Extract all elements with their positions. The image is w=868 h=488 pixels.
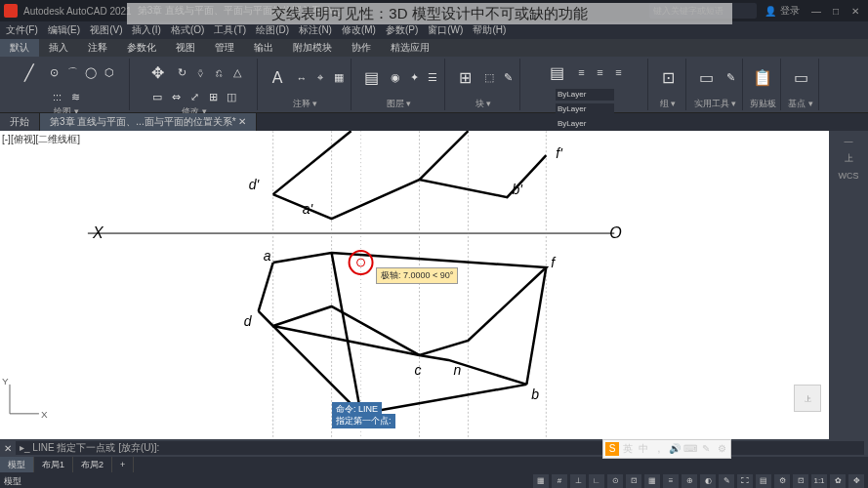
menu-item[interactable]: 文件(F) bbox=[6, 23, 38, 37]
status-icon[interactable]: ✎ bbox=[719, 474, 734, 488]
ribbon-tab[interactable]: 视图 bbox=[166, 39, 205, 57]
tool-icon[interactable]: ▤ bbox=[357, 64, 385, 92]
status-icon[interactable]: ▦ bbox=[644, 474, 660, 488]
ime-icon[interactable]: ⌨ bbox=[683, 442, 697, 456]
status-icon[interactable]: ≡ bbox=[663, 474, 679, 488]
panel-label[interactable]: 基点 ▾ bbox=[788, 98, 813, 110]
ime-icon[interactable]: ⚙ bbox=[715, 442, 728, 456]
layer-select[interactable]: ByLayer bbox=[556, 89, 614, 101]
tool-icon[interactable]: ⊡ bbox=[654, 64, 682, 92]
status-icon[interactable]: ⚙ bbox=[774, 474, 790, 488]
status-icon[interactable]: ∟ bbox=[589, 474, 604, 488]
ribbon-tab[interactable]: 附加模块 bbox=[283, 39, 342, 57]
layout-tab[interactable]: 模型 bbox=[0, 457, 34, 472]
tool-icon[interactable]: ◯ bbox=[83, 64, 99, 80]
layout-tab[interactable]: 布局1 bbox=[34, 457, 73, 472]
tool-icon[interactable]: ☰ bbox=[425, 70, 440, 86]
ribbon-tab[interactable]: 管理 bbox=[205, 39, 244, 57]
tool-icon[interactable]: ≡ bbox=[593, 64, 608, 80]
tool-icon[interactable]: ::: bbox=[50, 89, 65, 104]
command-line[interactable]: ✕ ▸_ LINE 指定下一点或 [放弃(U)]: bbox=[0, 439, 868, 457]
menu-item[interactable]: 编辑(E) bbox=[48, 23, 80, 37]
tool-icon[interactable]: ⎀ bbox=[192, 64, 208, 80]
status-icon[interactable]: 1:1 bbox=[811, 474, 827, 488]
status-icon[interactable]: ◐ bbox=[700, 474, 716, 488]
ribbon-tab[interactable]: 默认 bbox=[0, 39, 39, 57]
panel-label[interactable]: 实用工具 ▾ bbox=[694, 98, 737, 110]
status-icon[interactable]: # bbox=[552, 474, 567, 488]
tool-icon[interactable]: ╱ bbox=[16, 59, 43, 86]
tool-icon[interactable]: ≡ bbox=[611, 64, 627, 80]
panel-label[interactable]: 组 ▾ bbox=[660, 98, 677, 110]
minimize-button[interactable]: — bbox=[807, 6, 825, 17]
tool-icon[interactable]: ≡ bbox=[574, 64, 590, 80]
cmd-prompt[interactable]: ▸_ LINE 指定下一点或 [放弃(U)]: bbox=[16, 441, 864, 455]
doc-tab[interactable]: 开始 bbox=[0, 113, 40, 131]
tool-icon[interactable]: ✎ bbox=[723, 70, 738, 86]
ribbon-tab[interactable]: 精选应用 bbox=[381, 39, 439, 57]
maximize-button[interactable]: □ bbox=[827, 6, 845, 17]
tool-icon[interactable]: ✥ bbox=[144, 59, 171, 86]
login-area[interactable]: 👤 登录 bbox=[765, 4, 800, 18]
ime-icon[interactable]: 中 bbox=[637, 442, 650, 456]
tool-icon[interactable]: ✎ bbox=[500, 70, 516, 86]
status-icon[interactable]: ⊡ bbox=[793, 474, 808, 488]
menu-item[interactable]: 插入(I) bbox=[132, 23, 160, 37]
tool-icon[interactable]: △ bbox=[229, 64, 245, 80]
status-icon[interactable]: ▦ bbox=[533, 474, 549, 488]
panel-label[interactable]: 剪贴板 bbox=[750, 98, 776, 110]
menu-item[interactable]: 绘图(D) bbox=[256, 23, 289, 37]
status-icon[interactable]: ⊡ bbox=[626, 474, 641, 488]
status-icon[interactable]: ✥ bbox=[848, 474, 864, 488]
menu-item[interactable]: 工具(T) bbox=[214, 23, 246, 37]
menu-item[interactable]: 帮助(H) bbox=[473, 23, 506, 37]
tool-icon[interactable]: ↻ bbox=[174, 64, 189, 80]
ime-icon[interactable]: ✎ bbox=[699, 442, 713, 456]
status-icon[interactable]: ⛶ bbox=[737, 474, 753, 488]
status-icon[interactable]: ⊙ bbox=[607, 474, 623, 488]
close-button[interactable]: ✕ bbox=[847, 6, 864, 17]
layer-select[interactable]: ByLayer bbox=[556, 103, 614, 115]
menu-item[interactable]: 标注(N) bbox=[299, 23, 332, 37]
layout-tab[interactable]: + bbox=[112, 457, 134, 472]
panel-label[interactable]: 图层 ▾ bbox=[387, 98, 412, 110]
ribbon-tab[interactable]: 注释 bbox=[78, 39, 117, 57]
tool-icon[interactable]: ⊞ bbox=[451, 64, 478, 92]
status-icon[interactable]: ▤ bbox=[756, 474, 771, 488]
ribbon-tab[interactable]: 协作 bbox=[342, 39, 381, 57]
ribbon-tab[interactable]: 输出 bbox=[244, 39, 283, 57]
tool-icon[interactable]: ≋ bbox=[68, 89, 84, 104]
drawing-canvas[interactable]: [-][俯视][二维线框] bbox=[0, 131, 829, 439]
layer-select[interactable]: ByLayer bbox=[556, 118, 614, 130]
status-model[interactable]: 模型 bbox=[4, 475, 21, 488]
ime-icon[interactable]: , bbox=[652, 442, 666, 456]
tool-icon[interactable]: ▦ bbox=[331, 70, 347, 86]
menu-item[interactable]: 视图(V) bbox=[90, 23, 122, 37]
tool-icon[interactable]: ⊞ bbox=[205, 89, 221, 104]
menu-item[interactable]: 窗口(W) bbox=[428, 23, 463, 37]
panel-label[interactable]: 块 ▾ bbox=[475, 98, 492, 110]
layout-tab[interactable]: 布局2 bbox=[73, 457, 112, 472]
doc-tab[interactable]: 第3章 直线与平面、...面与平面的位置关系* ✕ bbox=[40, 113, 257, 131]
ribbon-tab[interactable]: 插入 bbox=[39, 39, 78, 57]
nav-cube[interactable]: 上 bbox=[794, 385, 821, 412]
menu-item[interactable]: 参数(P) bbox=[386, 23, 418, 37]
tool-icon[interactable]: ⇔ bbox=[168, 89, 184, 104]
tool-icon[interactable]: ⤢ bbox=[186, 89, 202, 104]
cube-top[interactable]: 上 bbox=[845, 152, 853, 165]
tool-icon[interactable]: 📋 bbox=[749, 64, 776, 92]
tool-icon[interactable]: ▭ bbox=[787, 64, 814, 92]
tool-icon[interactable]: ◉ bbox=[388, 70, 403, 86]
tool-icon[interactable]: ⬡ bbox=[102, 64, 117, 80]
panel-label[interactable]: 注释 ▾ bbox=[293, 98, 318, 110]
ime-bar[interactable]: S 英 中,🔊⌨✎⚙ bbox=[602, 439, 731, 459]
tool-icon[interactable]: A bbox=[264, 64, 291, 92]
ribbon-tab[interactable]: 参数化 bbox=[117, 39, 166, 57]
ime-lang[interactable]: 英 bbox=[621, 442, 635, 456]
status-icon[interactable]: ⊥ bbox=[570, 474, 586, 488]
status-icon[interactable]: ⊕ bbox=[682, 474, 697, 488]
tool-icon[interactable]: ⌒ bbox=[64, 64, 80, 80]
tool-icon[interactable]: ▭ bbox=[149, 89, 165, 104]
menu-item[interactable]: 修改(M) bbox=[342, 23, 376, 37]
tool-icon[interactable]: ⌖ bbox=[312, 70, 328, 86]
